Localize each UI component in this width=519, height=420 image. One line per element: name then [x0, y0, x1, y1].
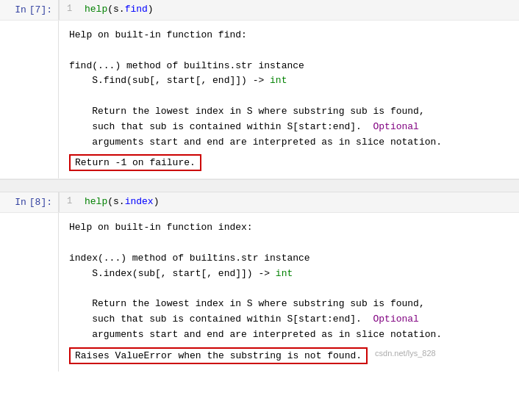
cell-8: In [8]: 1 help(s.index) Help on built-in…: [0, 192, 519, 371]
cell-8-label: In [8]:: [0, 192, 58, 212]
cell-8-line-num: 1: [67, 196, 76, 206]
cell-8-in: In: [15, 197, 26, 208]
cell-7-gutter: In [7]:: [0, 0, 59, 20]
cell-7-highlight-text: Return -1 on failure.: [69, 154, 201, 171]
cell-7-input: 1 help(s.find): [59, 0, 519, 20]
cell-7-number: [7]:: [29, 4, 52, 15]
cell-8-highlight-text: Raises ValueError when the substring is …: [69, 347, 368, 364]
cell-7-line-num: 1: [67, 4, 76, 14]
cell-8-code: help(s.index): [85, 196, 159, 207]
cell-7-output-text: Help on built-in function find: find(...…: [69, 28, 512, 150]
cell-8-output-gutter: [0, 213, 59, 371]
cell-8-gutter: In [8]:: [0, 192, 59, 212]
watermark: csdn.net/lys_828: [375, 349, 436, 358]
cell-8-output-text: Help on built-in function index: index(.…: [69, 220, 512, 342]
cell-8-input: 1 help(s.index): [59, 192, 519, 212]
cell-separator: [0, 179, 519, 192]
cell-7-code: help(s.find): [85, 4, 154, 15]
notebook: In [7]: 1 help(s.find) Help on built-in …: [0, 0, 519, 372]
cell-8-number: [8]:: [29, 197, 52, 208]
cell-7-in: In: [15, 4, 26, 15]
cell-7-output: Help on built-in function find: find(...…: [59, 21, 519, 178]
cell-8-highlight: Raises ValueError when the substring is …: [69, 343, 512, 364]
cell-7-highlight: Return -1 on failure.: [69, 150, 512, 171]
cell-7-output-gutter: [0, 21, 59, 178]
cell-7-label: In [7]:: [0, 0, 58, 20]
cell-7: In [7]: 1 help(s.find) Help on built-in …: [0, 0, 519, 179]
cell-8-output: Help on built-in function index: index(.…: [59, 213, 519, 371]
